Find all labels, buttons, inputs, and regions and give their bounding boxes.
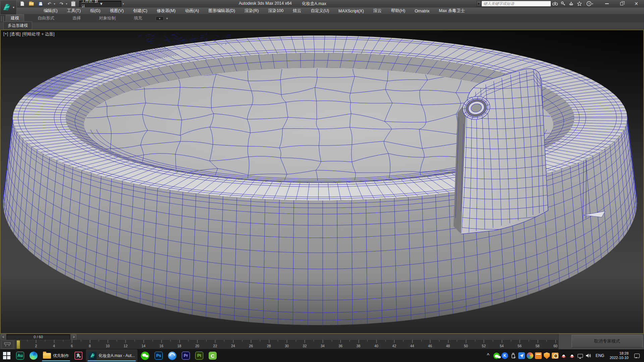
menu-create[interactable]: 创建(C) (128, 7, 152, 14)
menu-render100[interactable]: 渲染100 (263, 7, 288, 14)
menu-xuanyun[interactable]: 炫云 (288, 7, 306, 14)
help-dropdown-caret[interactable]: ▼ (591, 3, 594, 5)
application-menu-button[interactable]: ▼ (0, 0, 17, 15)
menu-group[interactable]: 组(G) (86, 7, 105, 14)
taskbar-audition[interactable]: Au (13, 349, 27, 362)
menu-edit[interactable]: 编辑(E) (39, 7, 62, 14)
menu-rendering[interactable]: 渲染(R) (240, 7, 263, 14)
tray-chevron-icon[interactable]: ^ (484, 349, 492, 362)
taskbar-photoshop[interactable]: Ps (152, 349, 165, 362)
ribbon-grip-handle[interactable] (1, 16, 4, 21)
ribbon-tab-modeling[interactable]: 建模 (6, 14, 24, 22)
project-folder-button[interactable] (70, 1, 77, 7)
track-bar-row: 0246810121416182022242628303234363840424… (0, 340, 558, 349)
tray-network-icon[interactable] (576, 349, 585, 362)
tray-kuaishou-icon[interactable]: K (501, 349, 509, 362)
3dsmax-taskbar-icon (89, 352, 97, 360)
document-name: 化妆盒A.max (302, 1, 326, 7)
time-slider-bar: < 0 / 60 > 02468101214161820222426283032… (0, 334, 644, 349)
open-file-button[interactable] (28, 1, 35, 7)
search-icon[interactable] (551, 1, 559, 7)
taskbar-folder-window[interactable]: 优先制作 (40, 349, 72, 362)
start-button[interactable] (0, 349, 13, 362)
menu-maxscript[interactable]: MAXScript(X) (334, 8, 369, 14)
taskbar-painter[interactable]: Pt (193, 349, 206, 362)
menu-max-antivirus[interactable]: Max 杀毒卫士 (434, 7, 470, 14)
tray-browser-icon[interactable] (534, 349, 543, 362)
viewport-label: [+] [透视] [明暗处理 + 边面] (3, 32, 54, 37)
undo-button[interactable]: ↶ (46, 1, 53, 7)
tray-telegram-icon[interactable] (518, 349, 526, 362)
open-mini-curve-editor-button[interactable] (1, 341, 13, 349)
viewport-maximize-menu[interactable]: [+] (3, 32, 8, 37)
tray-volume-icon[interactable] (585, 349, 593, 362)
tray-language-indicator[interactable]: ENG (593, 349, 607, 362)
tray-qq-icon-1[interactable] (559, 349, 568, 362)
taskbar-edge[interactable] (27, 349, 40, 362)
qat-overflow-caret[interactable]: ▼ (122, 3, 124, 5)
taskbar-wechat[interactable] (138, 349, 152, 362)
search-input[interactable] (481, 1, 551, 7)
taskbar-premiere[interactable]: Pr (179, 349, 193, 362)
window-title: Autodesk 3ds Max 2014 x64 化妆盒A.max (239, 1, 326, 7)
undo-caret-icon[interactable]: ▼ (53, 3, 56, 5)
menu-modifiers[interactable]: 修改器(M) (152, 7, 180, 14)
menu-tools[interactable]: 工具(T) (62, 7, 86, 14)
tray-wechat-icon[interactable] (492, 349, 501, 362)
redo-button[interactable]: ↷ (58, 1, 65, 7)
tray-clock[interactable]: 18:28 2022-10-10 (607, 349, 631, 362)
clipboard-icon (71, 1, 75, 6)
favorites-star-icon[interactable] (575, 1, 583, 7)
menu-help[interactable]: 帮助(H) (386, 7, 410, 14)
tray-usb-icon[interactable] (509, 349, 518, 362)
taskbar-camtasia[interactable]: C (206, 349, 219, 362)
tray-qq-icon-2[interactable] (568, 349, 576, 362)
tray-date: 2022-10-10 (610, 356, 629, 360)
new-scene-button[interactable] (19, 1, 25, 7)
search-history-arrow[interactable]: ▶ (477, 1, 481, 7)
timeline-ruler[interactable]: 0246810121416182022242628303234363840424… (15, 340, 558, 349)
tray-pinwheel-icon[interactable] (526, 349, 534, 362)
new-file-icon (20, 1, 24, 6)
menu-ornatrix[interactable]: Ornatrix (410, 8, 434, 14)
restore-button[interactable] (616, 1, 627, 7)
menu-renderyun[interactable]: 渲云 (369, 7, 386, 14)
save-file-button[interactable] (37, 1, 44, 7)
polygon-modeling-panel-tab[interactable]: 多边形建模 (3, 21, 32, 30)
perspective-viewport[interactable]: [+] [透视] [明暗处理 + 边面] (0, 29, 644, 334)
redo-caret-icon[interactable]: ▼ (65, 3, 68, 5)
subscription-key-icon[interactable] (559, 1, 567, 7)
taskbar-blue-app[interactable] (165, 349, 179, 362)
menu-customize[interactable]: 自定义(U) (306, 7, 334, 14)
viewport-view-menu[interactable]: [透视] (10, 32, 20, 37)
ribbon-tab-object-paint[interactable]: 对象绘制 (94, 14, 120, 22)
next-frame-button[interactable]: > (71, 334, 76, 340)
notification-center-icon[interactable] (631, 349, 643, 362)
ribbon-tab-selection[interactable]: 选择 (68, 14, 86, 22)
cancel-expert-mode-button[interactable]: 取消专家模式 (572, 335, 643, 348)
ribbon-tab-populate[interactable]: 填充 (129, 14, 147, 22)
menu-animation[interactable]: 动画(A) (180, 7, 204, 14)
viewport-shading-menu[interactable]: [明暗处理 + 边面] (22, 32, 54, 37)
taskbar-wan-app[interactable]: 丸 (72, 349, 85, 362)
previous-frame-button[interactable]: < (1, 334, 6, 340)
menu-graph-editors[interactable]: 图形编辑器(D) (204, 7, 240, 14)
communication-center-icon[interactable] (567, 1, 575, 7)
wechat-icon (141, 352, 149, 360)
folder-icon (43, 353, 51, 359)
workspace-dropdown[interactable]: 工作区: 默认 ▼ (79, 1, 121, 7)
close-button[interactable]: ✕ (631, 1, 642, 7)
frame-indicator[interactable]: 0 / 60 (6, 334, 70, 340)
tray-time: 18:28 (619, 351, 629, 356)
menu-views[interactable]: 视图(V) (105, 7, 128, 14)
tray-screenshot-icon[interactable] (551, 349, 559, 362)
wan-app-icon: 丸 (74, 352, 83, 360)
tray-security-shield-icon[interactable] (543, 349, 551, 362)
ribbon-options-caret[interactable]: ▼ (166, 17, 168, 20)
time-slider-handle[interactable] (16, 340, 20, 349)
viewport-3d-scene[interactable] (1, 30, 643, 333)
taskbar-3dsmax-window[interactable]: 化妆盒A.max - Aut... (86, 349, 138, 362)
minimize-button[interactable] (601, 1, 612, 7)
ribbon-tab-freeform[interactable]: 自由形式 (33, 14, 59, 22)
ribbon-minimize-button[interactable]: ▼ (156, 16, 164, 21)
